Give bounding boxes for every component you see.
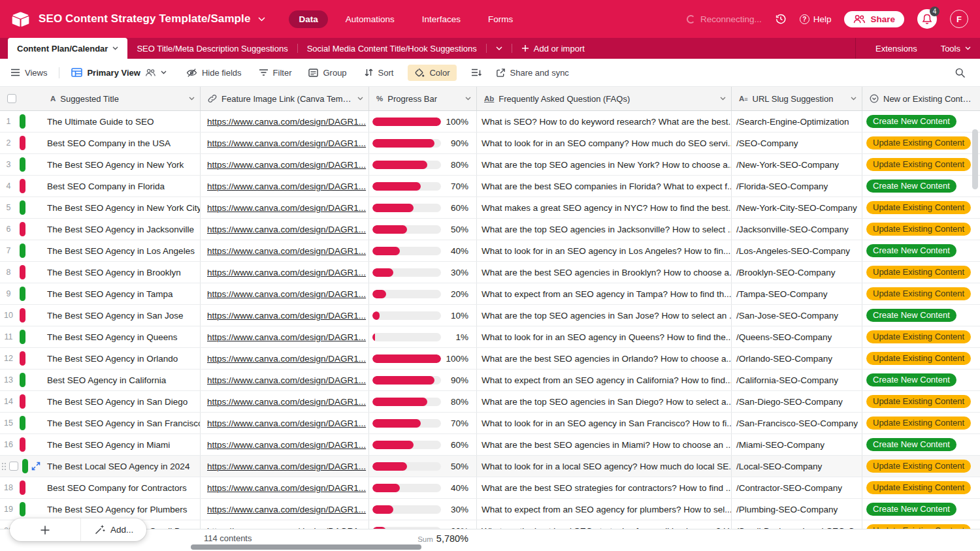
slug-cell[interactable]: /Contractor-SEO-Company xyxy=(732,477,862,498)
faq-cell[interactable]: What to expect from an SEO agency for pl… xyxy=(477,499,732,520)
title-cell[interactable]: The Best SEO Agency in Brooklyn xyxy=(43,262,201,283)
status-badge[interactable]: Update Existing Content xyxy=(866,201,971,214)
expand-record-icon[interactable] xyxy=(31,462,41,471)
slug-cell[interactable]: /Jacksonville-SEO-Company xyxy=(732,219,862,240)
views-button[interactable]: Views xyxy=(10,68,47,78)
faq-cell[interactable]: What are the top SEO agencies in San Jos… xyxy=(477,305,732,326)
tab-content-plan-calendar[interactable]: Content Plan/Calendar xyxy=(8,38,127,59)
title-cell[interactable]: The Best SEO Agency in Tampa xyxy=(43,283,201,304)
canva-link[interactable]: https://www.canva.com/design/DAGR1... xyxy=(207,246,366,256)
faq-cell[interactable]: What to expect from an SEO agency in Tam… xyxy=(477,283,732,304)
link-cell[interactable]: https://www.canva.com/design/DAGR1... xyxy=(201,283,369,304)
title-cell[interactable]: The Best SEO Agency in Miami xyxy=(43,434,201,455)
faq-cell[interactable]: What to look for in an SEO agency in Que… xyxy=(477,326,732,347)
status-badge[interactable]: Create New Content xyxy=(866,180,956,193)
title-cell[interactable]: The Best SEO Agency in Jacksonville xyxy=(43,219,201,240)
slug-cell[interactable]: /Florida-SEO-Company xyxy=(732,176,862,197)
row-height-button[interactable] xyxy=(471,69,482,77)
link-cell[interactable]: https://www.canva.com/design/DAGR1... xyxy=(201,111,369,132)
chevron-down-icon[interactable] xyxy=(258,17,265,22)
status-cell[interactable]: Create New Content xyxy=(862,176,980,197)
canva-link[interactable]: https://www.canva.com/design/DAGR1... xyxy=(207,138,366,148)
status-badge[interactable]: Create New Content xyxy=(866,438,956,451)
canva-link[interactable]: https://www.canva.com/design/DAGR1... xyxy=(207,483,366,493)
status-cell[interactable]: Update Existing Content xyxy=(862,262,980,283)
status-cell[interactable]: Update Existing Content xyxy=(862,133,980,153)
search-button[interactable] xyxy=(955,67,966,78)
faq-cell[interactable]: What are the top SEO agencies in San Die… xyxy=(477,391,732,412)
canva-link[interactable]: https://www.canva.com/design/DAGR1... xyxy=(207,225,366,234)
canva-link[interactable]: https://www.canva.com/design/DAGR1... xyxy=(207,375,366,385)
link-cell[interactable]: https://www.canva.com/design/DAGR1... xyxy=(201,520,369,529)
status-cell[interactable]: Create New Content xyxy=(862,111,980,132)
status-cell[interactable]: Update Existing Content xyxy=(862,219,980,240)
status-badge[interactable]: Update Existing Content xyxy=(866,481,971,494)
progress-sum-summary[interactable]: Sum5,780% xyxy=(369,533,477,544)
title-cell[interactable]: Best SEO Agency in California xyxy=(43,370,201,390)
progress-cell[interactable]: 60% xyxy=(369,434,477,455)
add-with-ai-button[interactable]: Add... xyxy=(81,518,146,541)
faq-cell[interactable]: What are the best SEO agencies in Orland… xyxy=(477,348,732,369)
link-cell[interactable]: https://www.canva.com/design/DAGR1... xyxy=(201,391,369,412)
link-cell[interactable]: https://www.canva.com/design/DAGR1... xyxy=(201,197,369,218)
slug-cell[interactable]: /Search-Engine-Optimization xyxy=(732,111,862,132)
progress-cell[interactable]: 20% xyxy=(369,520,477,529)
title-cell[interactable]: The Best SEO Agency in New York City xyxy=(43,197,201,218)
add-or-import-button[interactable]: Add or import xyxy=(512,38,594,59)
column-header-url-slug[interactable]: A≡URL Slug Suggestion xyxy=(732,87,862,110)
link-cell[interactable]: https://www.canva.com/design/DAGR1... xyxy=(201,499,369,520)
tabs-overflow-button[interactable] xyxy=(487,38,512,59)
faq-cell[interactable]: What are the top SEO agencies in Jackson… xyxy=(477,219,732,240)
sort-button[interactable]: Sort xyxy=(364,68,394,78)
view-switcher[interactable]: Primary View xyxy=(71,68,166,78)
notifications-button[interactable]: 4 xyxy=(917,9,937,29)
nav-item-forms[interactable]: Forms xyxy=(478,10,523,28)
link-cell[interactable]: https://www.canva.com/design/DAGR1... xyxy=(201,154,369,175)
status-badge[interactable]: Create New Content xyxy=(866,503,956,516)
canva-link[interactable]: https://www.canva.com/design/DAGR1... xyxy=(207,311,366,321)
history-button[interactable] xyxy=(775,13,787,25)
status-cell[interactable]: Update Existing Content xyxy=(862,391,980,412)
faq-cell[interactable]: What are the top SEO agencies in New Yor… xyxy=(477,154,732,175)
slug-cell[interactable]: /Plumbing-SEO-Company xyxy=(732,499,862,520)
slug-cell[interactable]: /Orlando-SEO-Company xyxy=(732,348,862,369)
progress-cell[interactable]: 40% xyxy=(369,240,477,261)
progress-cell[interactable]: 70% xyxy=(369,413,477,433)
faq-cell[interactable]: What makes a great SEO agency in NYC? Ho… xyxy=(477,197,732,218)
status-cell[interactable]: Create New Content xyxy=(862,499,980,520)
status-cell[interactable]: Update Existing Content xyxy=(862,477,980,498)
column-menu-chevron[interactable] xyxy=(357,97,363,101)
canva-link[interactable]: https://www.canva.com/design/DAGR1... xyxy=(207,354,366,364)
title-cell[interactable]: Best SEO Company for Contractors xyxy=(43,477,201,498)
hide-fields-button[interactable]: Hide fields xyxy=(186,68,242,78)
link-cell[interactable]: https://www.canva.com/design/DAGR1... xyxy=(201,326,369,347)
link-cell[interactable]: https://www.canva.com/design/DAGR1... xyxy=(201,348,369,369)
progress-cell[interactable]: 80% xyxy=(369,391,477,412)
share-button[interactable]: Share xyxy=(844,11,904,27)
status-cell[interactable]: Update Existing Content xyxy=(862,326,980,347)
base-title[interactable]: SEO Content Strategy Template/Sample xyxy=(39,12,250,25)
progress-cell[interactable]: 30% xyxy=(369,262,477,283)
add-record-button[interactable] xyxy=(10,518,80,541)
link-cell[interactable]: https://www.canva.com/design/DAGR1... xyxy=(201,133,369,153)
column-menu-chevron[interactable] xyxy=(465,97,471,101)
link-cell[interactable]: https://www.canva.com/design/DAGR1... xyxy=(201,477,369,498)
progress-cell[interactable]: 90% xyxy=(369,370,477,390)
status-badge[interactable]: Update Existing Content xyxy=(866,287,971,300)
progress-cell[interactable]: 100% xyxy=(369,348,477,369)
title-cell[interactable]: The Best SEO Agency in San Francisco xyxy=(43,413,201,433)
title-cell[interactable]: The Ultimate Guide to SEO xyxy=(43,111,201,132)
status-cell[interactable]: Create New Content xyxy=(862,370,980,390)
status-badge[interactable]: Create New Content xyxy=(866,309,956,322)
column-header-feature-image-link[interactable]: Feature Image Link (Canva Temp... xyxy=(201,87,369,110)
title-cell[interactable]: Best SEO Company in the USA xyxy=(43,133,201,153)
status-badge[interactable]: Update Existing Content xyxy=(866,417,971,430)
progress-cell[interactable]: 70% xyxy=(369,176,477,197)
progress-cell[interactable]: 10% xyxy=(369,305,477,326)
link-cell[interactable]: https://www.canva.com/design/DAGR1... xyxy=(201,305,369,326)
progress-cell[interactable]: 90% xyxy=(369,133,477,153)
canva-link[interactable]: https://www.canva.com/design/DAGR1... xyxy=(207,397,366,407)
progress-cell[interactable]: 30% xyxy=(369,499,477,520)
title-cell[interactable]: The Best Local SEO Agency in 2024 xyxy=(43,456,201,477)
progress-cell[interactable]: 100% xyxy=(369,111,477,132)
